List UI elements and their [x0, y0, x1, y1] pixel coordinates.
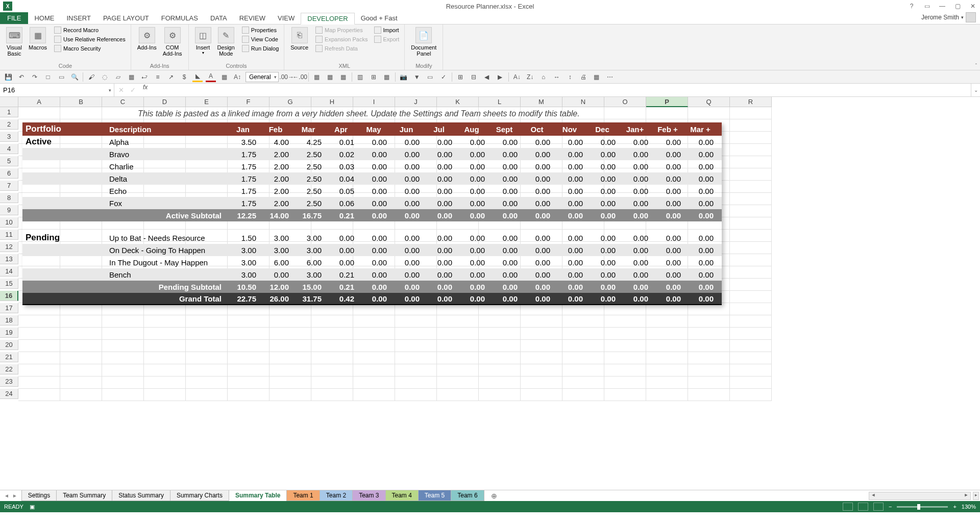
cell-N19[interactable]: [562, 328, 604, 340]
cell-R12[interactable]: [730, 242, 772, 254]
cell-H20[interactable]: [311, 340, 353, 352]
align-icon[interactable]: ≡: [153, 72, 163, 82]
cell-E21[interactable]: [186, 352, 228, 364]
cell-L22[interactable]: [479, 364, 521, 377]
cell-C19[interactable]: [102, 328, 144, 340]
column-header-N[interactable]: N: [562, 97, 604, 107]
cell-J22[interactable]: [395, 364, 437, 377]
row-header-7[interactable]: 7: [0, 181, 18, 191]
cell-A21[interactable]: [18, 352, 60, 364]
horizontal-scrollbar[interactable]: ◄ ►: [869, 492, 971, 500]
cell-D23[interactable]: [144, 377, 186, 389]
cell-D21[interactable]: [144, 352, 186, 364]
zoom-level[interactable]: 130%: [962, 504, 976, 510]
tab-formulas[interactable]: FORMULAS: [155, 12, 204, 24]
cell-K18[interactable]: [437, 315, 479, 328]
group-icon[interactable]: ⊞: [455, 72, 465, 82]
cell-B20[interactable]: [60, 340, 102, 352]
tab-developer[interactable]: DEVELOPER: [301, 13, 354, 24]
cell-Q18[interactable]: [688, 315, 730, 328]
cell-F22[interactable]: [228, 364, 270, 377]
properties-button[interactable]: Properties: [241, 26, 280, 34]
print-preview-icon[interactable]: 🔍: [69, 72, 80, 82]
number-format-dropdown[interactable]: General: [246, 72, 279, 82]
cell-Q20[interactable]: [688, 340, 730, 352]
zoom-in-icon[interactable]: +: [953, 504, 956, 510]
cell-H21[interactable]: [311, 352, 353, 364]
sheet-tab-team-3[interactable]: Team 3: [352, 490, 385, 501]
cell-C21[interactable]: [102, 352, 144, 364]
cell-C22[interactable]: [102, 364, 144, 377]
cell-R14[interactable]: [730, 266, 772, 279]
cell-D24[interactable]: [144, 389, 186, 401]
cell-L23[interactable]: [479, 377, 521, 389]
redo-icon[interactable]: ↷: [30, 72, 40, 82]
row-header-8[interactable]: 8: [0, 193, 18, 203]
cell-J23[interactable]: [395, 377, 437, 389]
cell-O22[interactable]: [604, 364, 646, 377]
cell-R10[interactable]: [730, 217, 772, 230]
merge-icon[interactable]: ▦: [126, 72, 136, 82]
wrap-icon[interactable]: ⮐: [139, 72, 150, 82]
eraser-icon[interactable]: ▱: [113, 72, 123, 82]
sort-asc-icon[interactable]: A↓: [512, 72, 522, 82]
cell-F23[interactable]: [228, 377, 270, 389]
cell-Q21[interactable]: [688, 352, 730, 364]
page-layout-view-icon[interactable]: [858, 503, 868, 511]
cell-K22[interactable]: [437, 364, 479, 377]
cell-R7[interactable]: [730, 181, 772, 193]
autofit-col-icon[interactable]: ↔: [552, 72, 562, 82]
cell-B19[interactable]: [60, 328, 102, 340]
more-icon[interactable]: ⋯: [605, 72, 615, 82]
cell-P21[interactable]: [646, 352, 688, 364]
cell-I23[interactable]: [353, 377, 395, 389]
sheet-nav-first-icon[interactable]: ◄: [4, 493, 9, 498]
user-account[interactable]: Jerome Smith ▾: [921, 12, 976, 22]
cell-N20[interactable]: [562, 340, 604, 352]
cell-M23[interactable]: [521, 377, 562, 389]
cell-I18[interactable]: [353, 315, 395, 328]
currency-icon[interactable]: $: [179, 72, 189, 82]
run-dialog-button[interactable]: Run Dialog: [241, 44, 280, 53]
borders3-icon[interactable]: ▦: [338, 72, 349, 82]
border-icon[interactable]: ▦: [219, 72, 229, 82]
row-header-9[interactable]: 9: [0, 205, 18, 215]
tab-file[interactable]: FILE: [0, 12, 28, 24]
row-header-4[interactable]: 4: [0, 144, 18, 154]
cell-B24[interactable]: [60, 389, 102, 401]
cell-M20[interactable]: [521, 340, 562, 352]
sheet-tab-team-4[interactable]: Team 4: [385, 490, 419, 501]
font-size-icon[interactable]: A↕: [232, 72, 242, 82]
expand-formula-icon[interactable]: ⌄: [971, 84, 980, 96]
cell-C20[interactable]: [102, 340, 144, 352]
record-macro-button[interactable]: Record Macro: [53, 26, 127, 34]
cell-O20[interactable]: [604, 340, 646, 352]
linked-image-table[interactable]: PortfolioDescriptionJanFebMarAprMayJunJu…: [22, 122, 722, 305]
cell-G24[interactable]: [270, 389, 311, 401]
cell-D18[interactable]: [144, 315, 186, 328]
normal-view-icon[interactable]: [843, 503, 853, 511]
row-header-13[interactable]: 13: [0, 254, 18, 264]
cell-I22[interactable]: [353, 364, 395, 377]
enter-formula-icon[interactable]: ✓: [130, 86, 136, 94]
cell-O23[interactable]: [604, 377, 646, 389]
cell-Q23[interactable]: [688, 377, 730, 389]
cell-K20[interactable]: [437, 340, 479, 352]
cell-B22[interactable]: [60, 364, 102, 377]
borders2-icon[interactable]: ▦: [325, 72, 335, 82]
view-code-button[interactable]: View Code: [241, 35, 280, 43]
cell-R17[interactable]: [730, 303, 772, 315]
column-header-A[interactable]: A: [18, 97, 60, 107]
cell-R3[interactable]: [730, 132, 772, 144]
sheet-tab-summary-table[interactable]: Summary Table: [229, 490, 287, 501]
fx-icon[interactable]: fx: [140, 84, 151, 96]
cell-R19[interactable]: [730, 328, 772, 340]
cell-R23[interactable]: [730, 377, 772, 389]
relative-refs-button[interactable]: Use Relative References: [53, 35, 127, 43]
row-header-15[interactable]: 15: [0, 279, 18, 289]
undo-icon[interactable]: ↶: [16, 72, 27, 82]
sheet-tab-settings[interactable]: Settings: [21, 490, 57, 501]
cell-F24[interactable]: [228, 389, 270, 401]
cell-C18[interactable]: [102, 315, 144, 328]
cell-A1[interactable]: [18, 107, 60, 119]
